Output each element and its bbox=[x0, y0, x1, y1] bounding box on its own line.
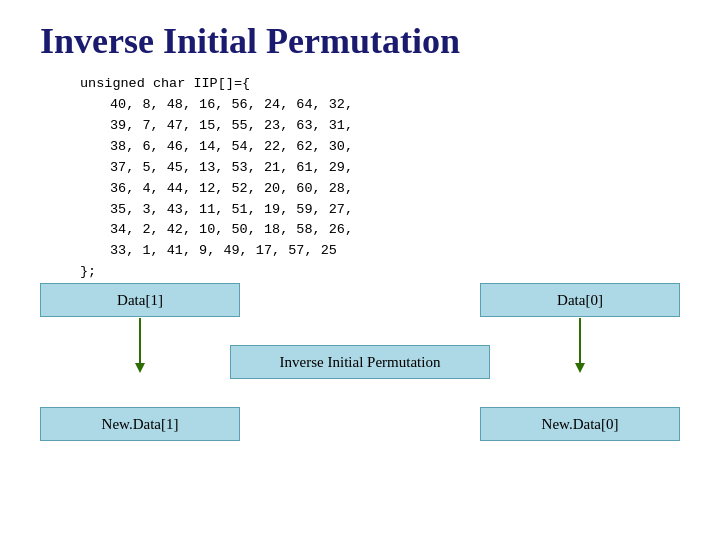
code-declaration: unsigned char IIP[]={ bbox=[80, 74, 680, 95]
code-line-3: 38, 6, 46, 14, 54, 22, 62, 30, bbox=[110, 137, 680, 158]
code-line-6: 35, 3, 43, 11, 51, 19, 59, 27, bbox=[110, 200, 680, 221]
code-line-2: 39, 7, 47, 15, 55, 23, 63, 31, bbox=[110, 116, 680, 137]
data0-box: Data[0] bbox=[480, 283, 680, 317]
code-closing: }; bbox=[80, 262, 680, 283]
code-line-8: 33, 1, 41, 9, 49, 17, 57, 25 bbox=[110, 241, 680, 262]
newdata1-box: New.Data[1] bbox=[40, 407, 240, 441]
page: Inverse Initial Permutation unsigned cha… bbox=[0, 0, 720, 540]
diagram: Data[1] Data[0] Inverse Initial Permutat… bbox=[40, 283, 680, 441]
code-line-5: 36, 4, 44, 12, 52, 20, 60, 28, bbox=[110, 179, 680, 200]
code-line-1: 40, 8, 48, 16, 56, 24, 64, 32, bbox=[110, 95, 680, 116]
code-lines: 40, 8, 48, 16, 56, 24, 64, 32, 39, 7, 47… bbox=[110, 95, 680, 262]
page-title: Inverse Initial Permutation bbox=[40, 20, 680, 62]
code-line-4: 37, 5, 45, 13, 53, 21, 61, 29, bbox=[110, 158, 680, 179]
newdata0-box: New.Data[0] bbox=[480, 407, 680, 441]
code-block: unsigned char IIP[]={ 40, 8, 48, 16, 56,… bbox=[80, 74, 680, 283]
data1-box: Data[1] bbox=[40, 283, 240, 317]
iip-center-box: Inverse Initial Permutation bbox=[230, 345, 490, 379]
code-line-7: 34, 2, 42, 10, 50, 18, 58, 26, bbox=[110, 220, 680, 241]
